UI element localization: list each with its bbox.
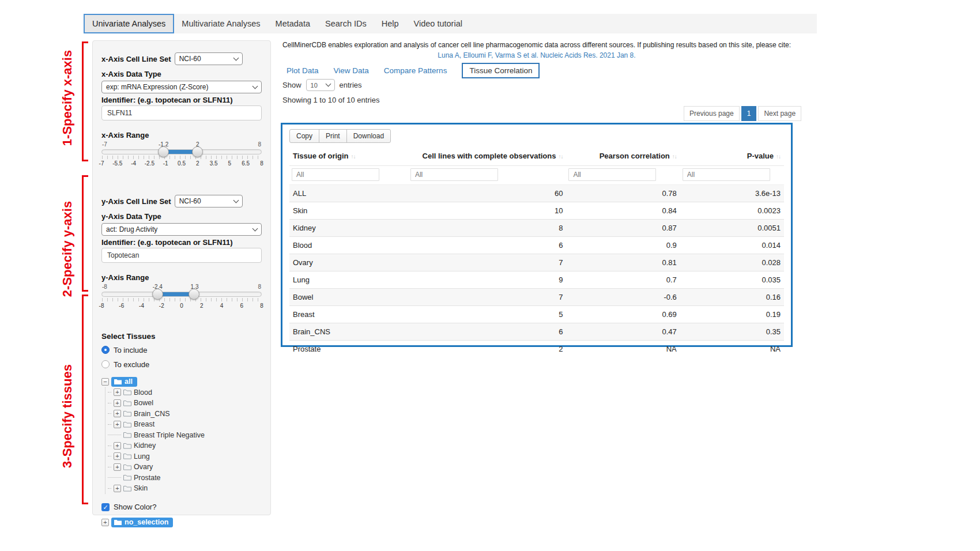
cell-value: 0.87 — [566, 220, 680, 237]
cell-tissue: ALL — [289, 185, 408, 202]
entries-per-page-select[interactable]: 10 — [306, 79, 335, 91]
x-axis-identifier-input[interactable] — [101, 105, 262, 120]
checkbox-checked-icon: ✓ — [101, 503, 110, 511]
y-axis-range-label: y-Axis Range — [101, 273, 262, 282]
radio-to-exclude[interactable]: To exclude — [101, 359, 262, 369]
x-axis-cell-line-set-select[interactable]: NCI-60 — [175, 52, 243, 65]
expand-icon[interactable]: + — [114, 442, 121, 450]
cell-value: 6 — [408, 323, 567, 341]
nav-tab-metadata[interactable]: Metadata — [268, 14, 318, 33]
nav-tab-video-tutorial[interactable]: Video tutorial — [406, 14, 470, 33]
slider-track[interactable] — [101, 292, 262, 297]
slider-tick-label: -2.5 — [145, 160, 154, 167]
expand-icon[interactable]: + — [114, 463, 121, 471]
tree-children: +Blood+Bowel+Brain_CNS+BreastBreast Trip… — [105, 387, 262, 494]
tree-connector — [108, 435, 121, 435]
tree-node-bowel[interactable]: +Bowel — [108, 398, 262, 409]
tree-node-skin[interactable]: +Skin — [108, 483, 262, 494]
filter-input-pearson-correlation[interactable] — [568, 168, 656, 181]
citation-link[interactable]: Luna A, Elloumi F, Varma S et al. Nuclei… — [281, 51, 793, 59]
collapse-icon[interactable]: − — [101, 378, 109, 386]
tree-node-all-chip: all — [111, 377, 137, 387]
cell-tissue: Brain_CNS — [289, 323, 408, 341]
nav-tab-univariate-analyses[interactable]: Univariate Analyses — [84, 14, 174, 33]
folder-icon — [123, 421, 131, 428]
tissue-correlation-table: Tissue of origin↑↓Cell lines with comple… — [289, 147, 784, 357]
tree-node-breast[interactable]: +Breast — [108, 419, 262, 430]
tree-node-kidney[interactable]: +Kidney — [108, 440, 262, 451]
previous-page-button[interactable]: Previous page — [684, 106, 740, 121]
top-navigation: Univariate AnalysesMultivariate Analyses… — [84, 14, 817, 33]
cell-value: 0.69 — [566, 306, 680, 323]
cell-value: -0.6 — [566, 289, 680, 306]
view-tab-plot-data[interactable]: Plot Data — [287, 66, 319, 75]
filter-input-p-value[interactable] — [683, 168, 770, 181]
tree-node-prostate[interactable]: Prostate — [108, 473, 262, 484]
folder-icon — [123, 453, 131, 459]
slider-handle-low[interactable] — [158, 146, 169, 157]
tree-connector — [108, 403, 111, 403]
tree-node-label: Brain_CNS — [134, 410, 170, 418]
view-tab-tissue-correlation[interactable]: Tissue Correlation — [462, 63, 540, 78]
view-tab-compare-patterns[interactable]: Compare Patterns — [384, 66, 447, 75]
view-tab-view-data[interactable]: View Data — [334, 66, 369, 75]
tree-node-all[interactable]: −all — [101, 376, 262, 387]
filter-input-cell-lines-with-complete-observations[interactable] — [410, 168, 498, 181]
slider-handle-low[interactable] — [152, 289, 163, 300]
y-axis-data-type-select[interactable]: act: Drug Activity — [101, 223, 262, 236]
radio-include-label: To include — [114, 346, 148, 354]
slider-tick-label: 6.5 — [242, 160, 250, 167]
nav-tab-search-ids[interactable]: Search IDs — [318, 14, 374, 33]
column-header-cell-lines-with-complete-observations[interactable]: Cell lines with complete observations↑↓ — [408, 147, 567, 166]
tree-node-label: Lung — [134, 452, 150, 461]
folder-icon — [123, 389, 131, 395]
y-axis-cell-line-set-select[interactable]: NCI-60 — [175, 195, 243, 207]
tree-node-lung[interactable]: +Lung — [108, 451, 262, 462]
expand-icon[interactable]: + — [101, 519, 109, 526]
slider-tick-label: 8 — [260, 160, 263, 167]
nav-tab-multivariate-analyses[interactable]: Multivariate Analyses — [174, 14, 267, 33]
slider-track[interactable] — [101, 149, 262, 154]
copy-button[interactable]: Copy — [289, 129, 319, 143]
radio-to-include[interactable]: To include — [101, 345, 262, 355]
tree-node-blood[interactable]: +Blood — [108, 387, 262, 398]
column-header-pearson-correlation[interactable]: Pearson correlation↑↓ — [566, 147, 680, 166]
expand-icon[interactable]: + — [114, 399, 121, 407]
page-1-button[interactable]: 1 — [741, 106, 757, 121]
cell-value: NA — [680, 341, 784, 358]
folder-icon — [123, 400, 131, 406]
chevron-down-icon — [233, 197, 239, 203]
tree-node-no-selection[interactable]: +no_selection — [101, 518, 262, 529]
select-tissues-heading: Select Tissues — [101, 332, 262, 341]
tree-node-ovary[interactable]: +Ovary — [108, 462, 262, 473]
cell-value: 6 — [408, 237, 567, 254]
table-row-all: ALL600.783.6e-13 — [289, 185, 784, 202]
tree-node-breast-triple-negative[interactable]: Breast Triple Negative — [108, 430, 262, 441]
y-axis-cell-line-set-label: y-Axis Cell Line Set — [101, 197, 171, 206]
show-color-checkbox-row[interactable]: ✓ Show Color? — [101, 502, 262, 512]
column-header-tissue-of-origin[interactable]: Tissue of origin↑↓ — [289, 147, 408, 166]
x-axis-data-type-select[interactable]: exp: mRNA Expression (Z-Score) — [101, 81, 262, 93]
folder-open-icon — [114, 379, 122, 384]
next-page-button[interactable]: Next page — [758, 106, 801, 121]
expand-icon[interactable]: + — [114, 485, 121, 492]
slider-tick-label: 2 — [196, 160, 199, 167]
folder-icon — [123, 464, 131, 470]
filter-cell-pearson-correlation — [566, 166, 680, 185]
download-button[interactable]: Download — [346, 129, 391, 143]
expand-icon[interactable]: + — [114, 421, 121, 428]
expand-icon[interactable]: + — [114, 388, 121, 396]
tree-connector — [108, 477, 121, 478]
slider-tick-labels: -7-5.5-4-2.5-10.523.556.58 — [101, 160, 262, 168]
nav-tab-help[interactable]: Help — [374, 14, 406, 33]
y-axis-identifier-input[interactable] — [101, 248, 262, 263]
expand-icon[interactable]: + — [114, 452, 121, 460]
tree-node-brain-cns[interactable]: +Brain_CNS — [108, 409, 262, 420]
print-button[interactable]: Print — [319, 129, 347, 143]
expand-icon[interactable]: + — [114, 410, 121, 417]
column-header-p-value[interactable]: P-value↑↓ — [680, 147, 784, 166]
slider-tick-label: -2 — [159, 303, 164, 309]
slider-handle-high[interactable] — [192, 146, 203, 157]
filter-input-tissue-of-origin[interactable] — [292, 168, 379, 181]
filter-cell-p-value — [680, 166, 784, 185]
